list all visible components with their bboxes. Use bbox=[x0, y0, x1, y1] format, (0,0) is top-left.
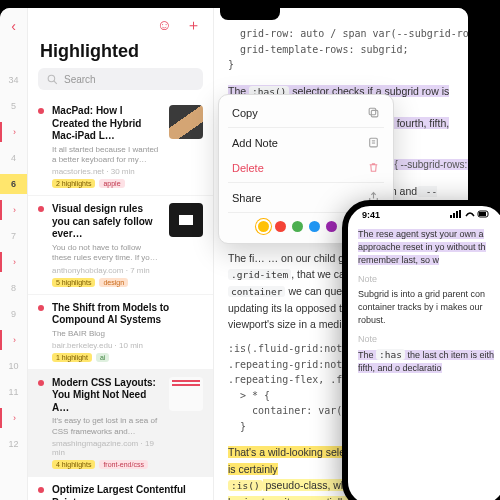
rail-number[interactable]: › bbox=[0, 252, 27, 272]
smiley-icon[interactable]: ☺ bbox=[157, 16, 172, 35]
list-item[interactable]: The Shift from Models to Compound AI Sys… bbox=[28, 295, 213, 370]
color-swatch[interactable] bbox=[275, 221, 286, 232]
search-icon bbox=[46, 73, 59, 86]
item-title: Visual design rules you can safely follo… bbox=[52, 203, 161, 241]
svg-line-1 bbox=[54, 80, 57, 83]
list-item[interactable]: Visual design rules you can safely follo… bbox=[28, 196, 213, 294]
unread-dot bbox=[38, 108, 44, 114]
color-swatch[interactable] bbox=[258, 221, 269, 232]
menu-add-note[interactable]: Add Note bbox=[224, 130, 388, 155]
svg-rect-8 bbox=[453, 213, 455, 218]
list-item[interactable]: MacPad: How I Created the Hybrid Mac-iPa… bbox=[28, 98, 213, 196]
unread-dot bbox=[38, 206, 44, 212]
article-list: MacPad: How I Created the Hybrid Mac-iPa… bbox=[28, 98, 213, 500]
back-icon[interactable]: ‹ bbox=[11, 18, 16, 34]
color-swatch[interactable] bbox=[292, 221, 303, 232]
menu-delete[interactable]: Delete bbox=[224, 155, 388, 180]
rail-number[interactable]: › bbox=[0, 122, 27, 142]
add-icon[interactable]: ＋ bbox=[186, 16, 201, 35]
svg-rect-12 bbox=[479, 212, 486, 216]
item-title: MacPad: How I Created the Hybrid Mac-iPa… bbox=[52, 105, 161, 143]
rail-number[interactable]: 6 bbox=[0, 174, 27, 194]
list-item[interactable]: Modern CSS Layouts: You Might Not Need A… bbox=[28, 370, 213, 477]
rail-number[interactable]: 5 bbox=[0, 96, 27, 116]
rail-number[interactable]: 34 bbox=[0, 70, 27, 90]
menu-copy[interactable]: Copy bbox=[224, 100, 388, 125]
item-title: Modern CSS Layouts: You Might Not Need A… bbox=[52, 377, 161, 415]
rail-number[interactable]: › bbox=[0, 330, 27, 350]
sidebar: ☺ ＋ Highlighted Search MacPad: How I Cre… bbox=[28, 8, 214, 500]
thumbnail bbox=[169, 377, 203, 411]
item-title: Optimize Largest Contentful Paint bbox=[52, 484, 203, 500]
color-swatch[interactable] bbox=[326, 221, 337, 232]
svg-rect-2 bbox=[371, 110, 378, 117]
svg-rect-7 bbox=[450, 215, 452, 218]
rail-number[interactable]: 7 bbox=[0, 226, 27, 246]
thumbnail bbox=[169, 105, 203, 139]
copy-icon bbox=[367, 106, 380, 119]
rail-number[interactable]: 4 bbox=[0, 148, 27, 168]
unread-dot bbox=[38, 305, 44, 311]
rail-number[interactable]: 9 bbox=[0, 304, 27, 324]
search-input[interactable]: Search bbox=[38, 68, 203, 90]
trash-icon bbox=[367, 161, 380, 174]
page-title: Highlighted bbox=[28, 39, 213, 68]
rail-number[interactable]: 12 bbox=[0, 434, 27, 454]
unread-dot bbox=[38, 380, 44, 386]
phone-time: 9:41 bbox=[362, 210, 380, 220]
thumbnail bbox=[169, 203, 203, 237]
svg-point-0 bbox=[48, 75, 55, 82]
note-icon bbox=[367, 136, 380, 149]
rail-number[interactable]: 10 bbox=[0, 356, 27, 376]
number-rail: ‹ 345›46›7›89›1011›12 bbox=[0, 8, 28, 500]
unread-dot bbox=[38, 487, 44, 493]
status-icons bbox=[450, 210, 490, 220]
color-swatch[interactable] bbox=[309, 221, 320, 232]
svg-rect-9 bbox=[456, 211, 458, 218]
list-item[interactable]: Optimize Largest Contentful Paint bbox=[28, 477, 213, 500]
item-title: The Shift from Models to Compound AI Sys… bbox=[52, 302, 203, 327]
svg-rect-10 bbox=[459, 210, 461, 218]
rail-number[interactable]: › bbox=[0, 200, 27, 220]
phone-mockup: 9:41 The rese agent syst your own a appr… bbox=[342, 200, 500, 500]
rail-number[interactable]: 8 bbox=[0, 278, 27, 298]
rail-number[interactable]: 11 bbox=[0, 382, 27, 402]
svg-rect-3 bbox=[369, 108, 376, 115]
rail-number[interactable]: › bbox=[0, 408, 27, 428]
